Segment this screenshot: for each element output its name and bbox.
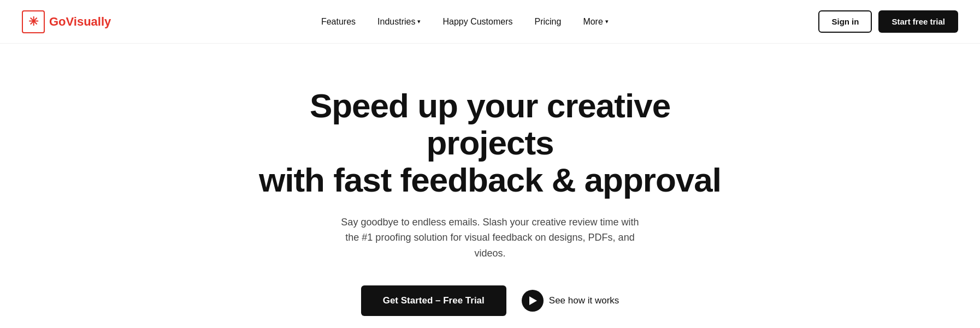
nav-pricing[interactable]: Pricing xyxy=(526,13,570,31)
logo-link[interactable]: ✳ GoVisually xyxy=(22,10,111,33)
signin-button[interactable]: Sign in xyxy=(818,10,872,33)
hero-subtitle: Say goodbye to endless emails. Slash you… xyxy=(337,214,643,261)
navbar: ✳ GoVisually Features Industries ▾ Happy… xyxy=(0,0,980,44)
get-started-button[interactable]: Get Started – Free Trial xyxy=(361,285,506,316)
hero-section: Speed up your creative projects with fas… xyxy=(0,44,980,328)
see-how-label: See how it works xyxy=(549,295,619,306)
chevron-down-icon: ▾ xyxy=(417,18,421,25)
nav-happy-customers[interactable]: Happy Customers xyxy=(434,13,521,31)
start-trial-button[interactable]: Start free trial xyxy=(878,10,958,33)
chevron-down-icon: ▾ xyxy=(605,18,609,25)
nav-industries[interactable]: Industries ▾ xyxy=(369,13,429,31)
logo-text: GoVisually xyxy=(49,15,111,29)
nav-features[interactable]: Features xyxy=(312,13,364,31)
play-icon xyxy=(522,290,544,312)
navbar-actions: Sign in Start free trial xyxy=(818,10,958,33)
hero-title: Speed up your creative projects with fas… xyxy=(244,87,736,199)
nav-links: Features Industries ▾ Happy Customers Pr… xyxy=(312,13,617,31)
nav-more[interactable]: More ▾ xyxy=(574,13,617,31)
hero-actions: Get Started – Free Trial See how it work… xyxy=(361,285,619,316)
see-how-link[interactable]: See how it works xyxy=(522,290,619,312)
logo-icon: ✳ xyxy=(22,10,45,33)
